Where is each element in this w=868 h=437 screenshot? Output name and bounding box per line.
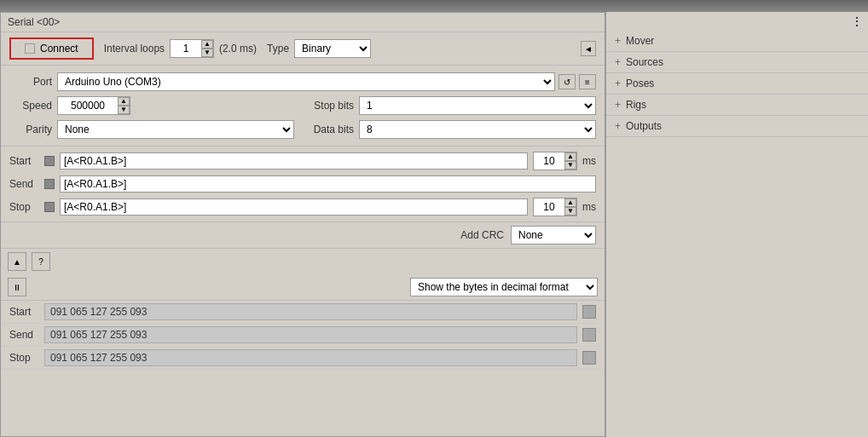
start-ms-label: ms xyxy=(582,155,596,167)
stop-signal-input[interactable] xyxy=(60,198,528,216)
data-bits-row: Data bits 8 7 6 5 xyxy=(311,120,596,139)
stop-delay-down[interactable]: ▼ xyxy=(564,207,576,216)
top-background-bar xyxy=(0,0,868,12)
plus-icon-outputs: + xyxy=(615,120,621,132)
crc-select[interactable]: None CRC8 CRC16 xyxy=(511,226,596,244)
start-bullet xyxy=(44,156,55,166)
monitor-send-label: Send xyxy=(9,329,39,341)
monitor-stop-copy-button[interactable] xyxy=(582,351,596,365)
stop-signal-row: Stop ▲ ▼ ms xyxy=(9,198,596,216)
speed-up-button[interactable]: ▲ xyxy=(118,97,130,106)
interval-ms-label: (2.0 ms) xyxy=(219,43,257,55)
sidebar-item-outputs[interactable]: + Outputs xyxy=(606,116,868,137)
monitor-send-copy-button[interactable] xyxy=(582,328,596,342)
sidebar-item-sources[interactable]: + Sources xyxy=(606,52,868,73)
format-select[interactable]: Show the bytes in decimal format Show ra… xyxy=(410,278,598,296)
nav-up-button[interactable]: ▲ xyxy=(8,252,26,271)
sidebar-item-label-rigs: Rigs xyxy=(626,99,646,111)
plus-icon-sources: + xyxy=(615,56,621,68)
start-delay-down[interactable]: ▼ xyxy=(564,161,576,170)
speed-spinbox: ▲ ▼ xyxy=(57,96,130,115)
crc-row: Add CRC None CRC8 CRC16 xyxy=(1,222,605,249)
start-signal-row: Start ▲ ▼ ms xyxy=(9,152,596,170)
right-panel-header: ⋮ xyxy=(606,12,868,31)
start-delay-spinbox: ▲ ▼ xyxy=(533,152,577,170)
port-row: Port Arduino Uno (COM3) ↺ ≡ xyxy=(9,72,596,91)
type-group: Type Binary ASCII xyxy=(267,39,371,58)
monitor-start-row: Start 091 065 127 255 093 xyxy=(1,301,605,324)
port-icons: ↺ ≡ xyxy=(558,74,596,89)
stop-delay-spinbox: ▲ ▼ xyxy=(533,198,577,216)
interval-input[interactable] xyxy=(171,41,201,56)
panel-title-text: Serial <00> xyxy=(8,16,60,28)
interval-down-button[interactable]: ▼ xyxy=(201,49,213,57)
parity-row: Parity None Even Odd xyxy=(9,120,294,139)
speed-spin-buttons: ▲ ▼ xyxy=(118,97,130,114)
stop-bits-label: Stop bits xyxy=(311,100,354,112)
plus-icon-mover: + xyxy=(615,35,621,47)
right-panel: ⋮ + Mover + Sources + Poses + Rigs + Out… xyxy=(605,12,868,437)
interval-label: Interval loops xyxy=(104,43,165,55)
stop-bits-row: Stop bits 1 2 xyxy=(311,96,596,115)
start-delay-input[interactable] xyxy=(534,153,564,169)
monitor-stop-value: 091 065 127 255 093 xyxy=(44,349,577,366)
sidebar-item-poses[interactable]: + Poses xyxy=(606,73,868,95)
sidebar-item-mover[interactable]: + Mover xyxy=(606,31,868,52)
send-signal-label: Send xyxy=(9,178,39,190)
connect-label: Connect xyxy=(40,43,78,55)
start-signal-label: Start xyxy=(9,155,39,167)
signal-section: Start ▲ ▼ ms Send Stop xyxy=(1,147,605,222)
more-menu-button[interactable]: ⋮ xyxy=(849,14,865,29)
interval-spin-buttons: ▲ ▼ xyxy=(201,40,213,57)
plus-icon-poses: + xyxy=(615,78,621,89)
speed-label: Speed xyxy=(9,100,52,112)
connect-button[interactable]: Connect xyxy=(9,37,94,60)
port-settings-icon[interactable]: ≡ xyxy=(579,74,596,89)
stop-bits-select[interactable]: 1 2 xyxy=(359,96,596,115)
speed-input[interactable] xyxy=(58,98,118,113)
sidebar-item-rigs[interactable]: + Rigs xyxy=(606,95,868,116)
type-select[interactable]: Binary ASCII xyxy=(294,39,371,58)
stop-signal-label: Stop xyxy=(9,201,39,213)
monitor-start-label: Start xyxy=(9,306,39,318)
interval-up-button[interactable]: ▲ xyxy=(201,40,213,49)
stop-delay-spin-buttons: ▲ ▼ xyxy=(564,198,576,216)
monitor-start-copy-button[interactable] xyxy=(582,305,596,319)
main-panel: Serial <00> Connect Interval loops ▲ ▼ (… xyxy=(0,12,605,437)
data-bits-select[interactable]: 8 7 6 5 xyxy=(359,120,596,139)
monitor-stop-row: Stop 091 065 127 255 093 xyxy=(1,347,605,370)
send-signal-row: Send xyxy=(9,175,596,193)
speed-row: Speed ▲ ▼ xyxy=(9,96,294,115)
nav-help-button[interactable]: ? xyxy=(32,252,50,271)
nav-row: ▲ ? xyxy=(1,249,605,274)
port-label: Port xyxy=(9,76,52,88)
start-delay-up[interactable]: ▲ xyxy=(564,152,576,161)
stop-delay-input[interactable] xyxy=(534,199,564,215)
sidebar-item-label-outputs: Outputs xyxy=(626,120,662,132)
plus-icon-rigs: + xyxy=(615,99,621,111)
stop-delay-up[interactable]: ▲ xyxy=(564,198,576,207)
pause-button[interactable]: ⏸ xyxy=(8,278,26,296)
interval-spinbox: ▲ ▼ xyxy=(170,39,214,58)
speed-down-button[interactable]: ▼ xyxy=(118,106,130,114)
start-signal-input[interactable] xyxy=(60,152,528,170)
collapse-button[interactable]: ◄ xyxy=(581,41,596,56)
monitor-send-value: 091 065 127 255 093 xyxy=(44,326,577,343)
send-signal-input[interactable] xyxy=(60,175,596,193)
interval-group: Interval loops ▲ ▼ (2.0 ms) xyxy=(104,39,257,58)
toolbar: Connect Interval loops ▲ ▼ (2.0 ms) Type… xyxy=(1,32,605,66)
sidebar-item-label-poses: Poses xyxy=(626,78,654,89)
monitor-toolbar: ⏸ Show the bytes in decimal format Show … xyxy=(1,274,605,301)
port-select[interactable]: Arduino Uno (COM3) xyxy=(57,72,555,91)
monitor-start-value: 091 065 127 255 093 xyxy=(44,303,577,320)
send-bullet xyxy=(44,179,55,189)
type-label: Type xyxy=(267,43,289,55)
stop-bullet xyxy=(44,202,55,212)
parity-label: Parity xyxy=(9,124,52,135)
config-section: Port Arduino Uno (COM3) ↺ ≡ Speed ▲ ▼ xyxy=(1,66,605,147)
data-bits-label: Data bits xyxy=(311,124,354,135)
add-crc-label: Add CRC xyxy=(460,229,504,241)
parity-select[interactable]: None Even Odd xyxy=(57,120,294,139)
port-refresh-icon[interactable]: ↺ xyxy=(558,74,576,89)
monitor-send-row: Send 091 065 127 255 093 xyxy=(1,324,605,347)
